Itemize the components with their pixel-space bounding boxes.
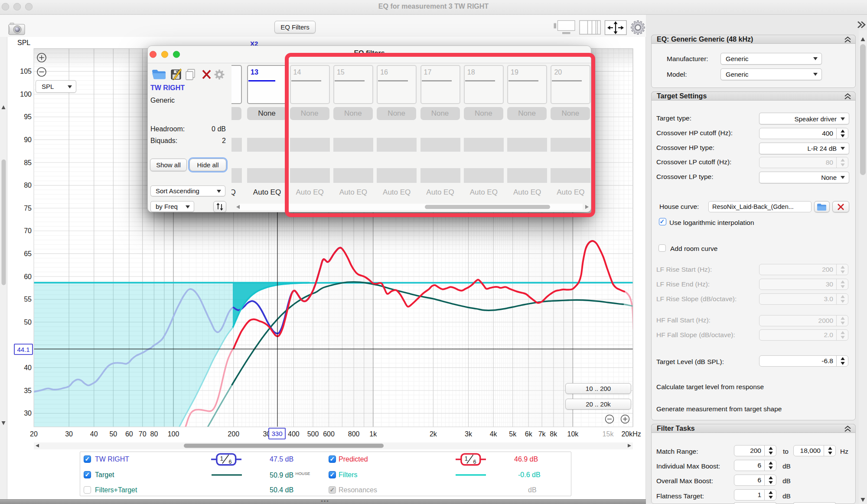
svg-text:5k: 5k <box>509 430 517 438</box>
svg-text:95: 95 <box>24 113 32 120</box>
svg-text:60: 60 <box>24 273 32 280</box>
svg-text:44.1: 44.1 <box>17 346 29 353</box>
svg-text:20kHz: 20kHz <box>621 430 641 438</box>
svg-text:30: 30 <box>65 430 73 438</box>
svg-text:8k: 8k <box>550 430 557 438</box>
svg-text:500: 500 <box>307 430 319 438</box>
svg-text:70: 70 <box>24 227 32 234</box>
svg-text:3k: 3k <box>465 430 473 438</box>
svg-text:105: 105 <box>20 68 32 75</box>
svg-text:20: 20 <box>30 430 38 438</box>
svg-text:7k: 7k <box>538 430 546 438</box>
svg-text:60: 60 <box>125 430 133 438</box>
svg-text:100: 100 <box>168 430 179 438</box>
svg-text:80: 80 <box>24 182 32 189</box>
svg-text:6: 6 <box>228 459 231 465</box>
svg-text:90: 90 <box>24 136 32 143</box>
svg-text:200: 200 <box>228 430 239 438</box>
svg-text:600: 600 <box>323 430 335 438</box>
svg-text:30: 30 <box>24 410 32 417</box>
svg-text:1: 1 <box>465 455 468 462</box>
svg-text:2k: 2k <box>430 430 437 438</box>
svg-text:1: 1 <box>220 455 223 462</box>
svg-text:50: 50 <box>109 430 117 438</box>
svg-text:65: 65 <box>24 250 32 257</box>
svg-text:6k: 6k <box>525 430 533 438</box>
svg-text:100: 100 <box>20 91 32 98</box>
svg-text:330: 330 <box>271 430 282 437</box>
svg-text:40: 40 <box>24 364 32 371</box>
svg-text:80: 80 <box>150 430 158 438</box>
svg-text:85: 85 <box>24 159 32 166</box>
svg-text:10k: 10k <box>567 430 579 438</box>
svg-text:75: 75 <box>24 205 32 212</box>
svg-text:55: 55 <box>24 296 32 303</box>
svg-text:800: 800 <box>348 430 360 438</box>
svg-text:400: 400 <box>288 430 300 438</box>
svg-text:15k: 15k <box>603 430 614 438</box>
svg-text:70: 70 <box>139 430 147 438</box>
svg-text:4k: 4k <box>490 430 498 438</box>
svg-text:1k: 1k <box>369 430 377 438</box>
svg-text:40: 40 <box>90 430 98 438</box>
svg-text:6: 6 <box>473 459 476 465</box>
svg-text:35: 35 <box>24 387 32 394</box>
svg-text:50: 50 <box>24 319 32 326</box>
